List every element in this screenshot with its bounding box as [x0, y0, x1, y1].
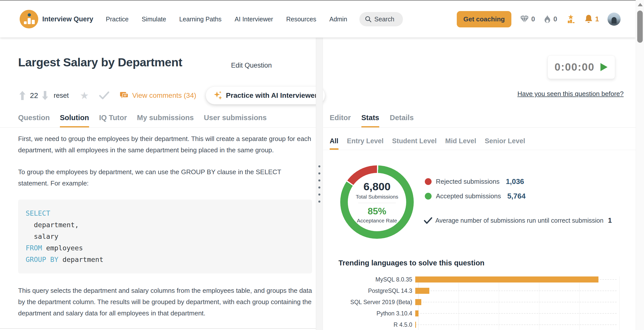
notifications[interactable]: 1: [584, 14, 599, 24]
bar-r: [415, 322, 416, 328]
gems-count: 0: [531, 15, 535, 23]
code-line: salary: [26, 231, 305, 242]
search-icon: [365, 16, 371, 22]
code-line: FROM employees: [26, 242, 305, 254]
bookmark-star-icon[interactable]: ★: [80, 90, 89, 101]
check-icon: [424, 217, 432, 224]
nav-item-learning-paths[interactable]: Learning Paths: [179, 16, 221, 23]
nav-item-simulate[interactable]: Simulate: [142, 16, 166, 23]
nav-item-admin[interactable]: Admin: [329, 16, 347, 23]
panel-resize-handle[interactable]: [316, 38, 323, 330]
scrollbar-thumb[interactable]: [637, 11, 643, 43]
user-avatar[interactable]: [608, 13, 621, 26]
nav-menu: Practice Simulate Learning Paths AI Inte…: [106, 16, 347, 23]
nav-item-resources[interactable]: Resources: [286, 16, 316, 23]
timer-widget: 0:00:00: [548, 55, 615, 79]
acceptance-rate-value: 85%: [368, 206, 386, 217]
sparkles-icon: [213, 90, 222, 101]
comments-icon: [120, 91, 129, 100]
scrollbar-up-arrow[interactable]: [638, 3, 643, 6]
get-coaching-button[interactable]: Get coaching: [457, 11, 511, 27]
page-title: Largest Salary by Department: [18, 55, 182, 69]
code-line: department,: [26, 219, 305, 231]
upvote-icon[interactable]: [19, 90, 26, 101]
subtab-student-level[interactable]: Student Level: [392, 137, 437, 150]
tab-iq-tutor[interactable]: IQ Tutor: [99, 114, 127, 128]
leaderboard-star-icon[interactable]: [566, 14, 576, 24]
trending-languages-title: Trending languages to solve this questio…: [338, 259, 484, 267]
streak-count: 0: [553, 15, 557, 23]
tab-editor[interactable]: Editor: [330, 114, 351, 128]
total-submissions-value: 6,800: [363, 180, 391, 193]
tab-stats[interactable]: Stats: [361, 114, 379, 128]
legend-row-accepted: Accepted submissions 5,764: [425, 192, 525, 200]
subtab-entry-level[interactable]: Entry Level: [347, 137, 384, 150]
vote-toolbar: 22 reset ★ View comments (34) P: [19, 87, 325, 104]
view-comments-link[interactable]: View comments (34): [120, 91, 196, 100]
total-submissions-label: Total Submissions: [356, 194, 398, 200]
question-tabs: Question Solution IQ Tutor My submission…: [18, 114, 267, 128]
rejected-dot-icon: [425, 178, 432, 185]
right-tabs-divider: [323, 127, 636, 128]
reset-vote-link[interactable]: reset: [54, 92, 69, 100]
interview-query-page: Interview Query Practice Simulate Learni…: [0, 0, 644, 330]
average-submissions-value: 1: [608, 217, 612, 224]
left-tabs-divider: [0, 127, 316, 128]
legend-row-rejected: Rejected submissions 1,036: [425, 177, 525, 186]
bar-row-python: Python 3.10.4: [340, 310, 620, 316]
solution-paragraph-2: To group the employees by department, we…: [18, 166, 312, 189]
bell-icon: [584, 14, 593, 24]
bar-mysql: [415, 276, 598, 282]
tab-question[interactable]: Question: [18, 114, 50, 128]
seen-before-link[interactable]: Have you seen this question before?: [506, 90, 624, 98]
subtabs-divider: [323, 150, 636, 150]
nav-item-ai-interviewer[interactable]: AI Interviewer: [235, 16, 273, 23]
bar-row-postgresql: PostgreSQL 14.3: [340, 288, 620, 294]
interview-query-logo-icon[interactable]: [20, 10, 38, 28]
solution-paragraph-3: This query selects the department and sa…: [18, 285, 312, 319]
bar-row-mysql: MySQL 8.0.35: [340, 276, 620, 282]
view-comments-label: View comments (34): [132, 91, 196, 100]
gem-icon: [520, 15, 529, 23]
top-navbar: Interview Query Practice Simulate Learni…: [0, 1, 636, 37]
upvote-count: 22: [30, 91, 38, 100]
window-scrollbar: [636, 0, 644, 330]
brand-name[interactable]: Interview Query: [42, 15, 93, 23]
stats-level-filter-tabs: All Entry Level Student Level Mid Level …: [330, 137, 525, 150]
donut-legend: Rejected submissions 1,036 Accepted subm…: [425, 177, 525, 200]
mark-complete-check-icon[interactable]: [99, 91, 109, 100]
tab-my-submissions[interactable]: My submissions: [137, 114, 194, 128]
tab-user-submissions[interactable]: User submissions: [204, 114, 267, 128]
donut-center: 6,800 Total Submissions 85% Acceptance R…: [348, 173, 406, 231]
timer-play-button[interactable]: [600, 63, 608, 72]
window-top-border: [0, 0, 636, 1]
search-input[interactable]: Search: [359, 12, 403, 26]
acceptance-rate-label: Acceptance Rate: [357, 218, 397, 224]
donut-center-divider: [358, 203, 396, 203]
navbar-right-cluster: Get coaching 0 0: [457, 11, 621, 27]
trending-languages-bar-chart: MySQL 8.0.35 PostgreSQL 14.3 SQL Server …: [340, 276, 620, 330]
tab-solution[interactable]: Solution: [60, 114, 89, 128]
workspace-tabs: Editor Stats Details: [330, 114, 414, 128]
practice-ai-interviewer-button[interactable]: Practice with AI Interviewer: [206, 87, 325, 104]
bar-sqlserver: [415, 299, 421, 305]
subtab-senior-level[interactable]: Senior Level: [485, 137, 525, 150]
code-line: SELECT: [26, 208, 305, 219]
submissions-donut-chart: 6,800 Total Submissions 85% Acceptance R…: [340, 165, 414, 239]
edit-question-link[interactable]: Edit Question: [231, 62, 272, 69]
tab-details[interactable]: Details: [390, 114, 414, 128]
bar-row-sqlserver: SQL Server 2019 (Beta): [340, 299, 620, 305]
bar-row-r: R 4.5.0: [340, 322, 620, 328]
downvote-icon[interactable]: [42, 90, 49, 101]
solution-paragraph-1: First, we need to group the employees by…: [18, 133, 312, 156]
nav-item-practice[interactable]: Practice: [106, 16, 129, 23]
subtab-all[interactable]: All: [330, 137, 338, 150]
streak-counter[interactable]: 0: [544, 15, 557, 24]
gems-counter[interactable]: 0: [520, 15, 535, 23]
subtab-mid-level[interactable]: Mid Level: [445, 137, 476, 150]
bar-python: [415, 310, 419, 316]
sql-code-block: SELECT department, salary FROM employees…: [18, 200, 312, 273]
timer-value: 0:00:00: [555, 61, 595, 73]
rejected-count: 1,036: [506, 177, 524, 186]
accepted-dot-icon: [425, 193, 432, 200]
